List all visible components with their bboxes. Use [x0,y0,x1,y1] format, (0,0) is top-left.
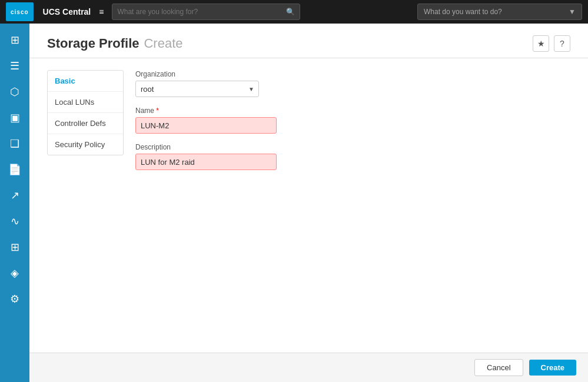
nav-item-local-luns[interactable]: Local LUNs [48,92,123,113]
search-box: 🔍 [112,4,300,20]
form-area: Organization root ▼ Name Description [135,70,570,341]
favorite-button[interactable]: ★ [533,35,549,52]
cancel-button[interactable]: Cancel [474,359,523,376]
name-input[interactable] [135,117,277,134]
sidebar-item-analytics[interactable]: ∿ [3,210,26,233]
sidebar-item-tag[interactable]: ◈ [3,261,26,285]
header-actions: ★ ? [533,35,570,52]
org-label: Organization [135,70,570,78]
left-nav: Basic Local LUNs Controller Defs Securit… [47,70,124,155]
content-area: Storage Profile Create ★ ? Basic Local L… [29,24,588,382]
main-panel: Basic Local LUNs Controller Defs Securit… [29,58,588,353]
sidebar-item-list[interactable]: ☰ [3,54,26,78]
main-layout: ⊞ ☰ ⬡ ▣ ❑ 📄 ↗ ∿ ⊞ ◈ ⚙ Storage Profile Cr… [0,24,588,382]
action-dropdown-label: What do you want to do? [424,8,502,16]
sidebar-item-dashboard[interactable]: ⊞ [3,28,26,52]
menu-icon[interactable]: ≡ [97,7,106,16]
cisco-logo-text: cisco [11,9,29,15]
name-group: Name [135,107,570,134]
sidebar: ⊞ ☰ ⬡ ▣ ❑ 📄 ↗ ∿ ⊞ ◈ ⚙ [0,24,29,382]
action-dropdown[interactable]: What do you want to do? ▼ [417,4,582,20]
nav-item-controller-defs[interactable]: Controller Defs [48,113,123,134]
desc-label: Description [135,143,570,151]
app-title: UCS Central [43,7,91,16]
topnav: cisco UCS Central ≡ 🔍 What do you want t… [0,0,588,24]
cisco-logo: cisco [6,2,34,21]
footer: Cancel Create [29,353,588,382]
sidebar-item-network[interactable]: ⬡ [3,80,26,104]
page-header: Storage Profile Create ★ ? [29,24,588,58]
page-title: Storage Profile [47,36,139,51]
dropdown-arrow-icon: ▼ [569,8,576,16]
org-select-wrap: root ▼ [135,81,259,97]
desc-input[interactable] [135,154,277,170]
search-input[interactable] [117,8,286,16]
sidebar-item-share[interactable]: ↗ [3,184,26,207]
page-subtitle: Create [144,36,182,51]
create-button[interactable]: Create [529,360,576,376]
help-button[interactable]: ? [554,35,570,52]
nav-item-security-policy[interactable]: Security Policy [48,134,123,155]
org-select[interactable]: root [135,81,259,97]
sidebar-item-doc[interactable]: 📄 [3,158,26,181]
desc-group: Description [135,143,570,170]
sidebar-item-layers[interactable]: ❑ [3,132,26,155]
sidebar-item-grid[interactable]: ⊞ [3,235,26,259]
name-label: Name [135,107,570,115]
org-group: Organization root ▼ [135,70,570,97]
page-title-wrap: Storage Profile Create [47,36,183,51]
search-icon: 🔍 [286,8,295,16]
sidebar-item-monitor[interactable]: ▣ [3,106,26,129]
nav-item-basic[interactable]: Basic [48,71,123,92]
sidebar-item-settings[interactable]: ⚙ [3,287,26,311]
